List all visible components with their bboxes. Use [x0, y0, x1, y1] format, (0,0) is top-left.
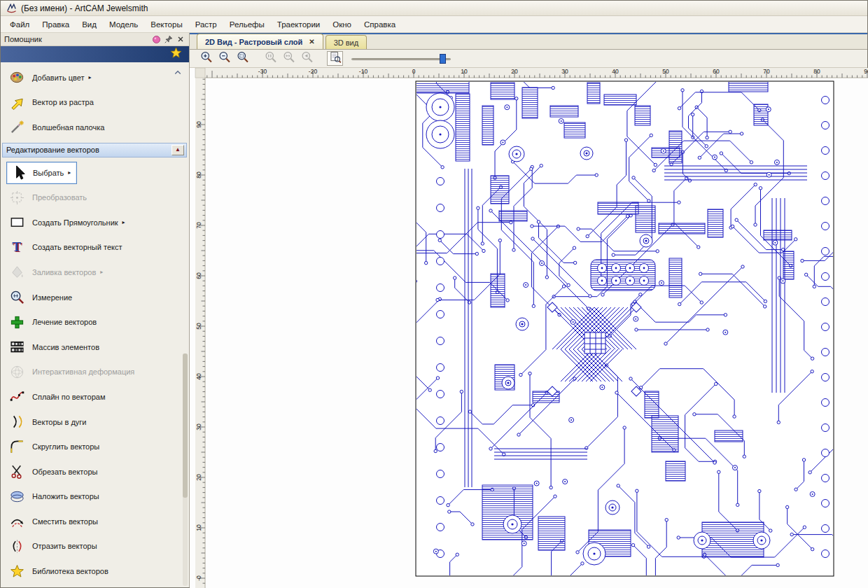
spline-icon [6, 388, 27, 406]
zoom-out-button[interactable] [216, 51, 232, 66]
assistant-tools-list: Добавить цвет▸Вектор из растраВолшебная … [1, 62, 189, 587]
assistant-banner [1, 46, 189, 62]
svg-text:40: 40 [612, 68, 619, 75]
tool-transform[interactable]: Преобразовать [1, 185, 189, 210]
tab-label: 2D Вид - Растровый слой [205, 38, 302, 46]
tool-rectangle[interactable]: Создать Прямоугольник▸ [1, 210, 189, 235]
tab-2d-view[interactable]: 2D Вид - Растровый слой✕ [197, 34, 323, 49]
tool-array[interactable]: Массив элементов [1, 335, 189, 360]
tool-mirror[interactable]: Отразить векторы [1, 534, 189, 559]
zoom-in-icon [200, 50, 214, 66]
window-title: (Без имени) - ArtCAM Jewelsmith [21, 4, 148, 13]
menu-item-5[interactable]: Растр [189, 18, 223, 31]
tool-label: Заливка векторов [32, 268, 96, 276]
view-tabstrip: 2D Вид - Растровый слой✕3D вид [190, 33, 867, 50]
tool-label: Обрезать векторы [32, 468, 97, 476]
view-column: 2D Вид - Растровый слой✕3D вид -30-20-10… [190, 33, 867, 587]
svg-text:90: 90 [195, 121, 202, 128]
zoom-fit-button[interactable] [281, 51, 297, 66]
tool-vector-text[interactable]: TTСоздать векторный текст [1, 235, 189, 260]
submenu-arrow-icon: ▸ [100, 269, 103, 275]
tool-fill-vectors[interactable]: Заливка векторов▸ [1, 260, 189, 285]
tab-label: 3D вид [334, 38, 359, 47]
fill-vectors-icon [6, 263, 27, 281]
select-arrow-icon [8, 164, 29, 182]
vertical-ruler: 908070605040302010-0 [195, 78, 205, 588]
tool-label: Добавить цвет [32, 74, 84, 82]
tool-magic-wand[interactable]: Волшебная палочка [1, 115, 189, 140]
zoom-previous-button[interactable] [299, 51, 315, 66]
deform-icon [6, 363, 27, 381]
zoom-toolbar [190, 50, 867, 68]
tool-raster-to-vector[interactable]: Вектор из растра [1, 90, 189, 115]
menu-item-0[interactable]: Файл [4, 18, 36, 31]
svg-text:30: 30 [195, 424, 202, 430]
tool-arcs[interactable]: Векторы в дуги [1, 410, 189, 435]
submenu-arrow-icon: ▸ [122, 219, 125, 225]
collapse-tools-icon[interactable] [172, 68, 183, 78]
svg-text:0: 0 [412, 68, 416, 75]
tool-select-arrow[interactable]: Выбрать▸ [1, 160, 189, 186]
tool-label: Массив элементов [32, 343, 99, 351]
tool-label: Отразить векторы [32, 542, 97, 550]
weld-icon [6, 487, 27, 505]
panel-scrollbar-thumb[interactable] [183, 354, 188, 498]
svg-text:70: 70 [763, 68, 770, 75]
zoom-1to1-button[interactable] [262, 51, 279, 66]
artcam-window: (Без имени) - ArtCAM Jewelsmith ФайлПрав… [0, 0, 868, 588]
array-icon [6, 338, 27, 356]
tool-spline[interactable]: Сплайн по векторам [1, 384, 189, 410]
tool-trim[interactable]: Обрезать векторы [1, 459, 189, 484]
assistant-help-icon[interactable] [151, 34, 162, 45]
menu-item-4[interactable]: Векторы [144, 18, 188, 31]
app-icon [6, 3, 17, 13]
svg-text:T: T [12, 239, 21, 254]
main-content: Помощник Доб [1, 33, 867, 587]
zoom-slider-track[interactable] [351, 58, 451, 60]
tool-label: Вектор из растра [32, 98, 94, 106]
close-panel-icon[interactable] [175, 34, 186, 45]
tool-deform[interactable]: Интерактивная деформация [1, 360, 189, 385]
tab-close-icon[interactable]: ✕ [309, 38, 314, 46]
tool-label: Лечение векторов [32, 318, 97, 326]
section-vector-editing[interactable]: Редактирование векторов▲ [2, 143, 187, 158]
menu-item-7[interactable]: Траектории [271, 18, 327, 31]
tool-weld[interactable]: Наложить векторы [1, 484, 189, 510]
menu-item-8[interactable]: Окно [326, 18, 358, 31]
svg-text:80: 80 [813, 68, 820, 75]
pin-icon[interactable] [163, 34, 174, 45]
zoom-slider[interactable] [351, 53, 451, 64]
menu-item-1[interactable]: Правка [36, 18, 76, 31]
snapshot-icon [328, 50, 342, 66]
tool-label: Интерактивная деформация [32, 368, 134, 376]
trim-icon [6, 463, 27, 481]
menu-item-3[interactable]: Модель [103, 18, 144, 31]
star-icon[interactable] [169, 46, 183, 62]
tool-offset[interactable]: Сместить векторы [1, 509, 189, 534]
panel-scrollbar[interactable] [183, 354, 188, 586]
tab-3d-view[interactable]: 3D вид [326, 35, 368, 49]
tool-measure[interactable]: Измерение [1, 285, 189, 310]
zoom-in-button[interactable] [198, 51, 214, 66]
tool-label: Создать Прямоугольник [32, 218, 118, 227]
menu-item-6[interactable]: Рельефы [223, 18, 271, 31]
section-collapse-icon[interactable]: ▲ [172, 145, 184, 155]
tool-library[interactable]: Библиотека векторов [1, 559, 189, 584]
tool-label: Сплайн по векторам [32, 393, 105, 401]
snapshot-button[interactable] [327, 51, 343, 66]
zoom-slider-handle[interactable] [440, 54, 446, 64]
svg-text:10: 10 [195, 524, 202, 531]
svg-text:80: 80 [195, 172, 202, 178]
menu-item-9[interactable]: Справка [358, 18, 402, 31]
zoom-window-button[interactable] [234, 51, 251, 66]
tool-heal-vectors[interactable]: Лечение векторов [1, 309, 189, 335]
zoom-fit-icon [282, 50, 296, 66]
canvas-viewport[interactable]: -30-20-100102030405060708090908070605040… [190, 68, 868, 588]
heal-vectors-icon [6, 313, 27, 331]
tool-fillet[interactable]: Скруглить векторы [1, 434, 189, 459]
assistant-panel-title: Помощник [4, 35, 42, 43]
tool-palette[interactable]: Добавить цвет▸ [1, 65, 189, 90]
measure-icon [6, 288, 27, 307]
tool-label: Создать векторный текст [32, 243, 122, 251]
menu-item-2[interactable]: Вид [76, 18, 103, 31]
